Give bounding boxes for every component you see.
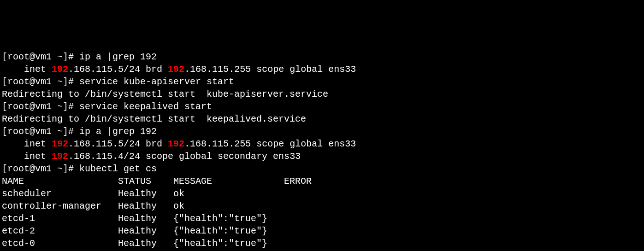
command-text: service kube-apiserver start xyxy=(79,76,234,87)
grep-match: 192 xyxy=(52,64,68,75)
table-row: scheduler Healthy ok xyxy=(2,187,642,200)
grep-match: 192 xyxy=(168,64,184,75)
command-text: ip a |grep 192 xyxy=(79,52,157,62)
output-line: inet 192.168.115.5/24 brd 192.168.115.25… xyxy=(2,63,642,76)
prompt-line: [root@vm1 ~]# ip a |grep 192 xyxy=(2,51,642,63)
command-text: service keepalived start xyxy=(79,101,212,112)
table-row: etcd-2 Healthy {"health":"true"} xyxy=(2,225,642,237)
output-line: Redirecting to /bin/systemctl start keep… xyxy=(2,113,642,125)
table-row: etcd-0 Healthy {"health":"true"} xyxy=(2,237,642,250)
terminal-output[interactable]: [root@vm1 ~]# ip a |grep 192 inet 192.16… xyxy=(2,51,642,251)
command-text: kubectl get cs xyxy=(79,163,157,174)
table-header: NAME STATUS MESSAGE ERROR xyxy=(2,175,642,187)
grep-match: 192 xyxy=(52,151,68,162)
output-line: inet 192.168.115.4/24 scope global secon… xyxy=(2,150,642,163)
prompt-line: [root@vm1 ~]# service keepalived start xyxy=(2,100,642,113)
grep-match: 192 xyxy=(52,139,68,149)
shell-prompt: [root@vm1 ~]# xyxy=(2,76,79,87)
table-row: controller-manager Healthy ok xyxy=(2,200,642,212)
prompt-line: [root@vm1 ~]# ip a |grep 192 xyxy=(2,125,642,138)
prompt-line: [root@vm1 ~]# service kube-apiserver sta… xyxy=(2,76,642,88)
shell-prompt: [root@vm1 ~]# xyxy=(2,52,79,62)
output-line: Redirecting to /bin/systemctl start kube… xyxy=(2,88,642,100)
prompt-line: [root@vm1 ~]# kubectl get cs xyxy=(2,163,642,175)
command-text: ip a |grep 192 xyxy=(79,126,157,137)
shell-prompt: [root@vm1 ~]# xyxy=(2,163,79,174)
shell-prompt: [root@vm1 ~]# xyxy=(2,126,79,137)
output-line: inet 192.168.115.5/24 brd 192.168.115.25… xyxy=(2,138,642,150)
grep-match: 192 xyxy=(168,139,184,149)
shell-prompt: [root@vm1 ~]# xyxy=(2,101,79,112)
table-row: etcd-1 Healthy {"health":"true"} xyxy=(2,212,642,225)
